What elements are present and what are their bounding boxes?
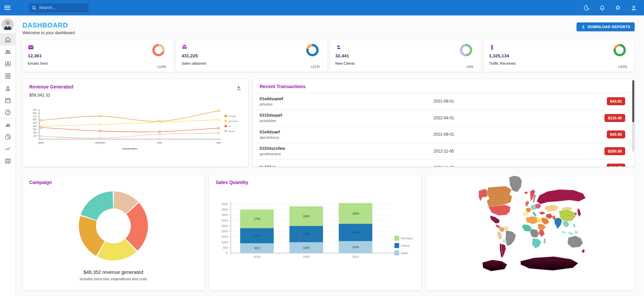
map-region-canada[interactable]	[487, 186, 512, 208]
transaction-id: 0a123sb	[260, 165, 434, 167]
search-box[interactable]	[29, 3, 89, 12]
transaction-user: goodmanave	[260, 152, 434, 156]
map-region-indonesia-2[interactable]	[568, 232, 574, 235]
map-region-iceland[interactable]	[524, 191, 528, 194]
transaction-user: jackdower	[260, 119, 433, 123]
map-region-korea[interactable]	[574, 212, 577, 216]
y-tick-label: 3500	[221, 213, 228, 217]
map-region-kazakhstan[interactable]	[545, 205, 559, 212]
map-region-west-africa[interactable]	[522, 224, 532, 232]
legend-swatch	[224, 115, 227, 117]
map-region-japan[interactable]	[578, 208, 581, 217]
sidebar-item-faq[interactable]	[0, 106, 16, 118]
map-region-eastern-europe[interactable]	[535, 203, 541, 209]
notifications-bell-icon[interactable]	[598, 4, 606, 11]
map-region-iran[interactable]	[546, 214, 553, 219]
sidebar-item-bar-chart[interactable]	[0, 119, 16, 131]
map-region-russia[interactable]	[537, 189, 586, 204]
menu-icon[interactable]	[0, 0, 15, 15]
map-region-indonesia-3[interactable]	[574, 230, 578, 234]
stat-delta: +5%	[466, 65, 473, 69]
map-region-southern-africa[interactable]	[532, 238, 541, 248]
transaction-row: 0a123sb 2022-11-02 $13.55	[253, 160, 635, 167]
transaction-amount-badge[interactable]: $200.95	[604, 147, 625, 155]
stat-value: 431,225	[181, 53, 322, 58]
transaction-amount-badge[interactable]: $43.91	[607, 97, 625, 105]
map-region-brazil[interactable]	[505, 230, 516, 246]
sidebar-item-contacts[interactable]	[0, 58, 16, 70]
pie-slice-slice-e	[81, 191, 113, 220]
map-region-indonesia-1[interactable]	[561, 231, 566, 234]
map-region-italy[interactable]	[533, 212, 537, 217]
map-region-philippines[interactable]	[573, 224, 576, 228]
bar-chart-icon	[4, 121, 11, 128]
transaction-id: 01e4dsaef	[260, 130, 433, 134]
map-region-madagascar[interactable]	[543, 238, 546, 244]
point-of-sale-icon	[181, 44, 187, 50]
map-region-antarctica[interactable]	[521, 256, 578, 271]
sales-bar-chart: 0500100015002000250030003500400045009001…	[216, 193, 417, 265]
scrollbar-track[interactable]	[632, 80, 634, 152]
map-region-central-africa[interactable]	[530, 229, 539, 238]
stat-delta: +21%	[310, 65, 320, 69]
scrollbar-thumb[interactable]	[632, 80, 634, 122]
sidebar-item-invoices[interactable]	[0, 70, 16, 82]
revenue-line-chart: 100200300400500600700800900planehelicopt…	[26, 107, 247, 161]
map-region-mexico[interactable]	[490, 216, 500, 224]
x-tick-label: helicopter	[95, 141, 105, 144]
page-header: DASHBOARD Welcome to your dashboard DOWN…	[22, 21, 635, 35]
legend-swatch	[394, 250, 399, 255]
sidebar-item-people[interactable]	[0, 46, 16, 58]
map-region-bolivia[interactable]	[502, 239, 506, 243]
home-icon	[4, 36, 11, 43]
chart-download-icon[interactable]	[235, 84, 242, 91]
map-region-usa[interactable]	[488, 205, 511, 216]
map-region-turkey[interactable]	[539, 212, 545, 215]
legend-label: germany	[228, 120, 238, 123]
geography-card	[426, 175, 635, 290]
sidebar-item-profile[interactable]	[0, 82, 16, 94]
bar-value-label: 1400	[254, 234, 260, 237]
map-region-se-asia[interactable]	[562, 221, 570, 228]
legend-label: Germany	[401, 237, 413, 240]
transaction-amount-badge[interactable]: $133.45	[604, 114, 625, 122]
sidebar-item-geography[interactable]	[0, 155, 16, 167]
download-reports-button[interactable]: DOWNLOAD REPORTS	[577, 22, 635, 31]
sidebar-item-line-chart[interactable]	[0, 143, 16, 155]
people-icon	[4, 48, 11, 55]
topbar	[0, 0, 644, 15]
campaign-revenue-text: $48,352 revenue generated	[22, 270, 204, 275]
map-region-peru[interactable]	[497, 231, 502, 240]
stat-delta: +14%	[157, 65, 166, 69]
stat-card-sales: 431,225 Sales obtained +21%	[176, 40, 327, 72]
map-region-australia[interactable]	[568, 236, 583, 248]
map-region-new-zealand[interactable]	[582, 249, 585, 253]
legend-label: norway	[228, 115, 236, 118]
map-region-colombia[interactable]	[499, 227, 505, 232]
map-region-antarctica[interactable]	[482, 260, 507, 271]
map-region-uk[interactable]	[525, 201, 529, 207]
transaction-amount-badge[interactable]: $43.95	[607, 130, 625, 138]
sidebar-item-home[interactable]	[0, 34, 16, 46]
map-region-saudi[interactable]	[541, 218, 549, 225]
line-series-us	[41, 127, 219, 132]
y-tick-label: 1500	[221, 235, 228, 238]
user-avatar[interactable]	[2, 18, 14, 31]
settings-gear-icon[interactable]	[614, 4, 622, 11]
y-tick-label: 200	[33, 131, 37, 134]
sidebar-item-calendar[interactable]	[0, 94, 16, 106]
revenue-amount: $59,342.32	[29, 93, 241, 98]
stat-cards-row: 12,361 Emails Sent +14% 431,225 Sales ob…	[22, 40, 635, 72]
progress-circle	[306, 44, 319, 56]
transaction-amount-badge[interactable]: $13.55	[607, 164, 625, 167]
search-input[interactable]	[39, 5, 83, 10]
campaign-title: Campaign	[29, 180, 198, 185]
dark-mode-moon-icon[interactable]	[583, 4, 590, 11]
map-region-alaska[interactable]	[479, 189, 488, 201]
sidebar-item-pie-chart[interactable]	[0, 131, 16, 143]
profile-user-icon[interactable]	[630, 4, 637, 11]
stat-value: 12,361	[28, 53, 168, 58]
middle-row: Revenue Generated $59,342.32 10020030040…	[22, 79, 635, 167]
legend-label: france	[228, 130, 235, 132]
map-region-east-africa[interactable]	[539, 229, 545, 237]
